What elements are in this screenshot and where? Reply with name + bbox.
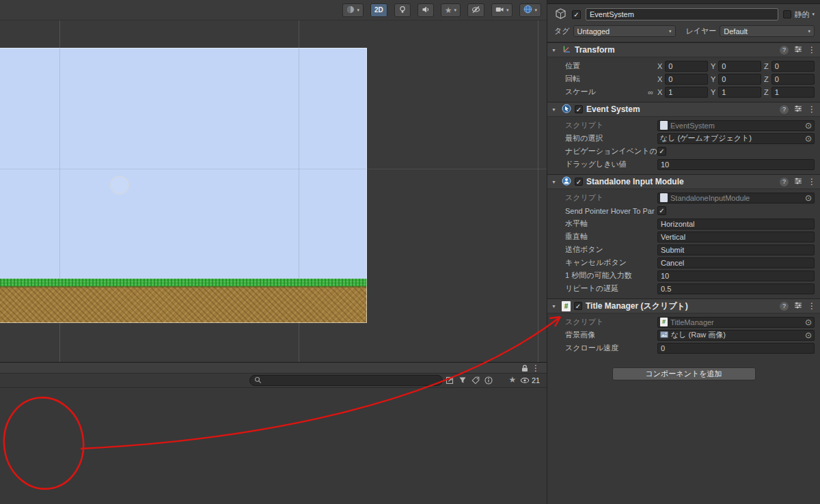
vertical-axis-row: 垂直軸 — [551, 230, 815, 243]
input-actions-per-second-field[interactable] — [657, 270, 815, 281]
background-image-object-field[interactable]: なし (Raw 画像) ⊙ — [657, 330, 815, 341]
first-selected-object-field[interactable]: なし (ゲームオブジェクト) ⊙ — [657, 133, 815, 144]
y-label: Y — [711, 75, 715, 83]
help-icon[interactable]: ? — [780, 302, 789, 311]
send-navigation-checkbox[interactable]: ✓ — [657, 147, 666, 156]
object-picker-icon[interactable]: ⊙ — [805, 122, 812, 130]
rotation-z-field[interactable] — [771, 74, 815, 85]
event-system-header[interactable]: ▼ ✓ Event System ? ⋮ — [547, 102, 820, 117]
preset-icon[interactable] — [794, 45, 802, 55]
scale-y-field[interactable] — [718, 87, 761, 98]
repeat-delay-field[interactable] — [657, 283, 815, 294]
send-pointer-hover-checkbox[interactable]: ✓ — [657, 206, 666, 215]
search-filter-icon[interactable] — [457, 376, 468, 385]
preset-icon[interactable] — [794, 301, 802, 311]
enabled-checkbox[interactable]: ✓ — [575, 105, 583, 113]
script-row: スクリプト # TitleManager ⊙ — [551, 316, 815, 328]
help-icon[interactable]: ? — [780, 178, 789, 186]
scene-gizmo-handle[interactable] — [110, 176, 129, 195]
scale-x-field[interactable] — [665, 87, 708, 98]
foldout-arrow-icon[interactable]: ▼ — [551, 107, 558, 112]
object-picker-icon[interactable]: ⊙ — [805, 318, 812, 326]
title-manager-component: ▼ # ✓ Title Manager (スクリプト) ? ⋮ スクリプト — [547, 298, 820, 358]
foldout-arrow-icon[interactable]: ▼ — [551, 304, 558, 309]
position-row: 位置 X Y Z — [551, 59, 815, 72]
scene-effects-button[interactable]: ★ ▾ — [441, 3, 461, 17]
script-object-field[interactable]: # TitleManager ⊙ — [657, 317, 815, 328]
help-icon[interactable]: ? — [780, 105, 789, 114]
scene-audio-button[interactable] — [418, 3, 434, 17]
script-row: スクリプト EventSystem ⊙ — [551, 119, 815, 132]
static-checkbox[interactable] — [783, 10, 791, 18]
scene-viewport[interactable] — [0, 20, 547, 362]
layer-dropdown[interactable]: Default ▾ — [720, 25, 815, 37]
rotation-x-field[interactable] — [665, 74, 708, 85]
foldout-arrow-icon[interactable]: ▼ — [551, 180, 558, 184]
horizontal-axis-field[interactable] — [657, 219, 815, 229]
vertical-axis-field[interactable] — [657, 232, 815, 242]
position-y-field[interactable] — [718, 61, 761, 72]
gizmos-button[interactable]: ▾ — [519, 3, 541, 17]
submit-button-row: 送信ボタン — [551, 243, 815, 256]
info-icon[interactable] — [483, 376, 494, 385]
favorite-star-icon[interactable]: ★ — [507, 375, 518, 384]
position-z-field[interactable] — [771, 61, 815, 72]
drag-threshold-field[interactable] — [657, 159, 815, 170]
more-menu-icon[interactable]: ⋮ — [808, 301, 816, 311]
open-asset-icon[interactable] — [444, 376, 455, 385]
visibility-eye-icon[interactable] — [519, 376, 530, 385]
enabled-checkbox[interactable]: ✓ — [574, 302, 582, 310]
preset-icon[interactable] — [794, 104, 802, 114]
shaded-sphere-icon — [346, 5, 355, 15]
property-label: 送信ボタン — [551, 244, 657, 255]
lock-icon[interactable] — [521, 364, 529, 374]
add-component-button[interactable]: コンポーネントを追加 — [612, 367, 756, 380]
search-input[interactable] — [264, 376, 438, 384]
cancel-button-field[interactable] — [657, 257, 815, 268]
gameobject-cube-icon[interactable] — [554, 8, 567, 22]
static-label: 静的 — [794, 10, 809, 20]
standalone-input-module-component: ▼ ✓ Standalone Input Module ? ⋮ スクリプト — [547, 174, 820, 298]
rotation-y-field[interactable] — [718, 74, 761, 85]
enabled-checkbox[interactable]: ✓ — [575, 178, 583, 186]
foldout-arrow-icon[interactable]: ▼ — [551, 48, 558, 53]
more-menu-icon[interactable]: ⋮ — [808, 45, 816, 55]
scene-lighting-button[interactable] — [394, 3, 411, 17]
submit-button-field[interactable] — [657, 244, 815, 255]
project-content[interactable]: # TitleManager — [0, 388, 547, 504]
position-x-field[interactable] — [665, 61, 708, 72]
active-checkbox[interactable]: ✓ — [572, 10, 581, 19]
scale-z-field[interactable] — [771, 87, 815, 98]
more-menu-icon[interactable]: ⋮ — [808, 177, 816, 186]
scene-camera-button[interactable]: ▾ — [491, 3, 513, 17]
property-label: スケール ∞ — [551, 87, 657, 97]
object-picker-icon[interactable]: ⊙ — [805, 331, 812, 339]
scroll-speed-field[interactable] — [657, 343, 815, 354]
property-label: Send Pointer Hover To Par — [551, 207, 657, 215]
preset-icon[interactable] — [794, 177, 802, 186]
object-picker-icon[interactable]: ⊙ — [805, 194, 812, 202]
search-field[interactable] — [249, 375, 443, 386]
title-manager-header[interactable]: ▼ # ✓ Title Manager (スクリプト) ? ⋮ — [547, 299, 820, 313]
z-label: Z — [764, 75, 769, 83]
shading-mode-button[interactable]: ▾ — [342, 3, 364, 17]
constrain-proportions-icon[interactable]: ∞ — [648, 88, 653, 96]
standalone-input-module-header[interactable]: ▼ ✓ Standalone Input Module ? ⋮ — [547, 175, 820, 189]
script-object-field[interactable]: StandaloneInputModule ⊙ — [657, 193, 815, 204]
more-menu-icon[interactable]: ⋮ — [808, 104, 816, 114]
chevron-down-icon: ▾ — [534, 8, 537, 13]
transform-header[interactable]: ▼ Transform ? ⋮ — [547, 43, 820, 57]
script-object-field[interactable]: EventSystem ⊙ — [657, 120, 815, 131]
gameobject-name-field[interactable] — [586, 8, 778, 20]
label-filter-icon[interactable] — [470, 376, 481, 385]
tag-dropdown[interactable]: Untagged ▾ — [573, 25, 676, 37]
hidden-objects-button[interactable] — [467, 3, 484, 17]
2d-mode-button[interactable]: 2D — [370, 3, 387, 17]
static-dropdown-icon[interactable]: ▾ — [812, 12, 815, 17]
x-label: X — [657, 88, 662, 96]
help-icon[interactable]: ? — [780, 46, 789, 55]
rotation-row: 回転 X Y Z — [551, 72, 815, 85]
object-picker-icon[interactable]: ⊙ — [805, 135, 812, 143]
property-label: 背景画像 — [551, 330, 657, 340]
panel-menu-icon[interactable]: ⋮ — [532, 363, 540, 373]
